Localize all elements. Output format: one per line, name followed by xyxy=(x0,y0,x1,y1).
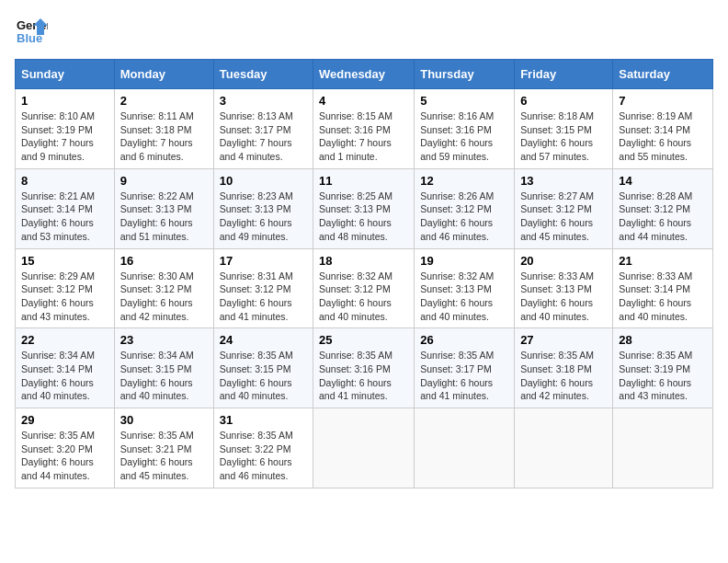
calendar-cell: 27 Sunrise: 8:35 AM Sunset: 3:18 PM Dayl… xyxy=(515,328,613,408)
day-info: Sunrise: 8:35 AM Sunset: 3:16 PM Dayligh… xyxy=(319,349,408,403)
day-info: Sunrise: 8:28 AM Sunset: 3:12 PM Dayligh… xyxy=(619,190,707,244)
calendar-cell: 12 Sunrise: 8:26 AM Sunset: 3:12 PM Dayl… xyxy=(415,168,515,248)
calendar-cell: 15 Sunrise: 8:29 AM Sunset: 3:12 PM Dayl… xyxy=(16,248,115,328)
calendar-cell: 14 Sunrise: 8:28 AM Sunset: 3:12 PM Dayl… xyxy=(613,168,713,248)
day-info: Sunrise: 8:11 AM Sunset: 3:18 PM Dayligh… xyxy=(120,109,208,164)
day-number: 28 xyxy=(619,333,707,347)
day-number: 30 xyxy=(120,413,208,427)
day-number: 24 xyxy=(220,333,307,347)
calendar-cell: 6 Sunrise: 8:18 AM Sunset: 3:15 PM Dayli… xyxy=(515,89,613,169)
calendar-cell: 26 Sunrise: 8:35 AM Sunset: 3:17 PM Dayl… xyxy=(415,328,515,408)
day-number: 13 xyxy=(520,174,607,188)
day-info: Sunrise: 8:33 AM Sunset: 3:14 PM Dayligh… xyxy=(619,270,707,324)
day-number: 29 xyxy=(21,413,108,427)
day-number: 2 xyxy=(120,94,208,108)
calendar-cell: 21 Sunrise: 8:33 AM Sunset: 3:14 PM Dayl… xyxy=(613,248,713,328)
day-info: Sunrise: 8:33 AM Sunset: 3:13 PM Dayligh… xyxy=(520,270,607,324)
calendar-cell: 13 Sunrise: 8:27 AM Sunset: 3:12 PM Dayl… xyxy=(515,168,613,248)
day-number: 16 xyxy=(120,254,208,268)
day-info: Sunrise: 8:35 AM Sunset: 3:17 PM Dayligh… xyxy=(420,349,508,403)
calendar-cell: 19 Sunrise: 8:32 AM Sunset: 3:13 PM Dayl… xyxy=(415,248,515,328)
day-number: 20 xyxy=(520,254,607,268)
week-row-4: 22 Sunrise: 8:34 AM Sunset: 3:14 PM Dayl… xyxy=(16,328,713,408)
calendar-cell: 20 Sunrise: 8:33 AM Sunset: 3:13 PM Dayl… xyxy=(515,248,613,328)
day-info: Sunrise: 8:19 AM Sunset: 3:14 PM Dayligh… xyxy=(619,109,707,164)
calendar-cell: 4 Sunrise: 8:15 AM Sunset: 3:16 PM Dayli… xyxy=(313,89,415,169)
calendar-body: 1 Sunrise: 8:10 AM Sunset: 3:19 PM Dayli… xyxy=(16,89,713,488)
logo: General Blue xyxy=(15,15,48,48)
calendar-cell: 2 Sunrise: 8:11 AM Sunset: 3:18 PM Dayli… xyxy=(114,89,213,169)
day-number: 14 xyxy=(619,174,707,188)
calendar-cell: 5 Sunrise: 8:16 AM Sunset: 3:16 PM Dayli… xyxy=(415,89,515,169)
day-info: Sunrise: 8:27 AM Sunset: 3:12 PM Dayligh… xyxy=(520,190,607,244)
calendar-cell xyxy=(515,408,613,488)
day-info: Sunrise: 8:10 AM Sunset: 3:19 PM Dayligh… xyxy=(21,109,108,164)
day-number: 19 xyxy=(420,254,508,268)
weekday-wednesday: Wednesday xyxy=(313,60,415,89)
day-number: 8 xyxy=(21,174,108,188)
day-number: 3 xyxy=(220,94,307,108)
page-header: General Blue xyxy=(15,15,713,48)
week-row-2: 8 Sunrise: 8:21 AM Sunset: 3:14 PM Dayli… xyxy=(16,168,713,248)
day-info: Sunrise: 8:26 AM Sunset: 3:12 PM Dayligh… xyxy=(420,190,508,244)
day-info: Sunrise: 8:35 AM Sunset: 3:22 PM Dayligh… xyxy=(220,429,307,483)
weekday-sunday: Sunday xyxy=(16,60,115,89)
day-info: Sunrise: 8:15 AM Sunset: 3:16 PM Dayligh… xyxy=(319,109,408,164)
day-info: Sunrise: 8:23 AM Sunset: 3:13 PM Dayligh… xyxy=(220,190,307,244)
calendar-cell: 8 Sunrise: 8:21 AM Sunset: 3:14 PM Dayli… xyxy=(16,168,115,248)
day-info: Sunrise: 8:32 AM Sunset: 3:12 PM Dayligh… xyxy=(319,270,408,324)
day-info: Sunrise: 8:22 AM Sunset: 3:13 PM Dayligh… xyxy=(120,190,208,244)
calendar-cell: 1 Sunrise: 8:10 AM Sunset: 3:19 PM Dayli… xyxy=(16,89,115,169)
day-number: 7 xyxy=(619,94,707,108)
day-number: 15 xyxy=(21,254,108,268)
day-number: 5 xyxy=(420,94,508,108)
calendar-table: SundayMondayTuesdayWednesdayThursdayFrid… xyxy=(15,59,713,488)
day-info: Sunrise: 8:16 AM Sunset: 3:16 PM Dayligh… xyxy=(420,109,508,164)
day-number: 27 xyxy=(520,333,607,347)
calendar-cell xyxy=(313,408,415,488)
day-number: 25 xyxy=(319,333,408,347)
day-info: Sunrise: 8:35 AM Sunset: 3:19 PM Dayligh… xyxy=(619,349,707,403)
day-info: Sunrise: 8:29 AM Sunset: 3:12 PM Dayligh… xyxy=(21,270,108,324)
day-info: Sunrise: 8:30 AM Sunset: 3:12 PM Dayligh… xyxy=(120,270,208,324)
weekday-monday: Monday xyxy=(114,60,213,89)
weekday-friday: Friday xyxy=(515,60,613,89)
day-number: 22 xyxy=(21,333,108,347)
calendar-cell: 9 Sunrise: 8:22 AM Sunset: 3:13 PM Dayli… xyxy=(114,168,213,248)
day-number: 6 xyxy=(520,94,607,108)
day-info: Sunrise: 8:34 AM Sunset: 3:14 PM Dayligh… xyxy=(21,349,108,403)
calendar-cell xyxy=(415,408,515,488)
day-info: Sunrise: 8:35 AM Sunset: 3:18 PM Dayligh… xyxy=(520,349,607,403)
calendar-cell: 30 Sunrise: 8:35 AM Sunset: 3:21 PM Dayl… xyxy=(114,408,213,488)
calendar-cell: 18 Sunrise: 8:32 AM Sunset: 3:12 PM Dayl… xyxy=(313,248,415,328)
calendar-cell: 25 Sunrise: 8:35 AM Sunset: 3:16 PM Dayl… xyxy=(313,328,415,408)
calendar-cell: 3 Sunrise: 8:13 AM Sunset: 3:17 PM Dayli… xyxy=(213,89,313,169)
day-number: 31 xyxy=(220,413,307,427)
calendar-cell: 22 Sunrise: 8:34 AM Sunset: 3:14 PM Dayl… xyxy=(16,328,115,408)
day-info: Sunrise: 8:21 AM Sunset: 3:14 PM Dayligh… xyxy=(21,190,108,244)
day-info: Sunrise: 8:35 AM Sunset: 3:20 PM Dayligh… xyxy=(21,429,108,483)
day-info: Sunrise: 8:13 AM Sunset: 3:17 PM Dayligh… xyxy=(220,109,307,164)
calendar-cell xyxy=(613,408,713,488)
weekday-header-row: SundayMondayTuesdayWednesdayThursdayFrid… xyxy=(16,60,713,89)
calendar-cell: 11 Sunrise: 8:25 AM Sunset: 3:13 PM Dayl… xyxy=(313,168,415,248)
day-number: 9 xyxy=(120,174,208,188)
week-row-3: 15 Sunrise: 8:29 AM Sunset: 3:12 PM Dayl… xyxy=(16,248,713,328)
calendar-cell: 16 Sunrise: 8:30 AM Sunset: 3:12 PM Dayl… xyxy=(114,248,213,328)
day-number: 26 xyxy=(420,333,508,347)
day-number: 12 xyxy=(420,174,508,188)
day-info: Sunrise: 8:35 AM Sunset: 3:21 PM Dayligh… xyxy=(120,429,208,483)
day-info: Sunrise: 8:34 AM Sunset: 3:15 PM Dayligh… xyxy=(120,349,208,403)
day-number: 21 xyxy=(619,254,707,268)
day-info: Sunrise: 8:31 AM Sunset: 3:12 PM Dayligh… xyxy=(220,270,307,324)
day-number: 4 xyxy=(319,94,408,108)
week-row-1: 1 Sunrise: 8:10 AM Sunset: 3:19 PM Dayli… xyxy=(16,89,713,169)
day-info: Sunrise: 8:18 AM Sunset: 3:15 PM Dayligh… xyxy=(520,109,607,164)
day-info: Sunrise: 8:25 AM Sunset: 3:13 PM Dayligh… xyxy=(319,190,408,244)
day-number: 23 xyxy=(120,333,208,347)
day-number: 1 xyxy=(21,94,108,108)
weekday-tuesday: Tuesday xyxy=(213,60,313,89)
day-number: 11 xyxy=(319,174,408,188)
calendar-cell: 10 Sunrise: 8:23 AM Sunset: 3:13 PM Dayl… xyxy=(213,168,313,248)
calendar-cell: 23 Sunrise: 8:34 AM Sunset: 3:15 PM Dayl… xyxy=(114,328,213,408)
